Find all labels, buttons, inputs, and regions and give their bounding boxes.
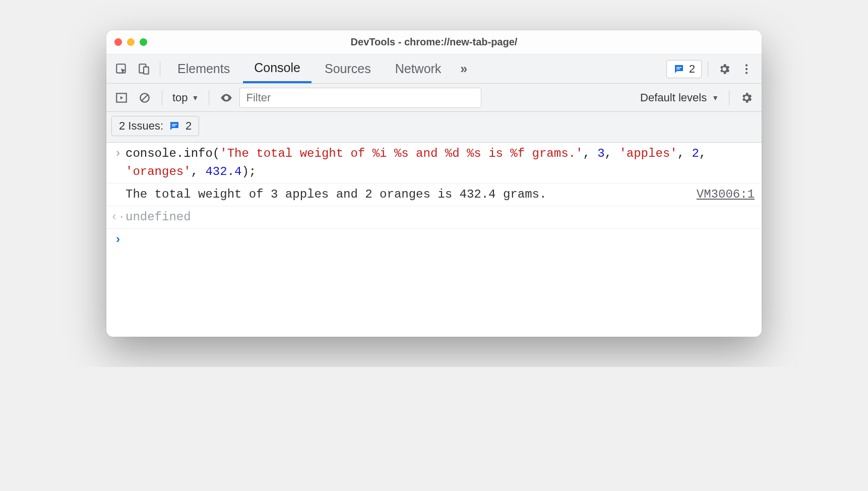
svg-rect-2	[144, 67, 149, 74]
traffic-lights	[114, 38, 147, 46]
close-window-button[interactable]	[114, 38, 122, 46]
console-toolbar: top ▼ Default levels ▼	[106, 84, 762, 112]
clear-console-icon[interactable]	[135, 88, 155, 108]
toggle-console-sidebar-icon[interactable]	[111, 88, 132, 108]
console-source-link[interactable]: VM3006:1	[688, 186, 755, 204]
inspect-element-icon[interactable]	[111, 59, 132, 79]
prompt-arrow-icon: ›	[110, 231, 126, 249]
console-body: › console.info('The total weight of %i %…	[106, 143, 762, 337]
console-return-value: undefined	[126, 208, 755, 226]
console-input-row: › console.info('The total weight of %i %…	[106, 143, 762, 183]
tabs-overflow[interactable]: »	[454, 54, 473, 83]
tab-sources[interactable]: Sources	[314, 54, 382, 83]
console-input-code[interactable]: console.info('The total weight of %i %s …	[126, 145, 755, 181]
log-levels-label: Default levels	[640, 91, 707, 104]
svg-rect-4	[676, 69, 680, 70]
filter-input[interactable]	[239, 88, 481, 108]
svg-point-7	[746, 72, 748, 74]
svg-rect-3	[676, 67, 681, 68]
console-output-text: The total weight of 3 apples and 2 orang…	[126, 186, 688, 204]
issues-counter[interactable]: 2	[666, 60, 702, 78]
chevron-down-icon: ▼	[192, 94, 199, 102]
console-prompt-row[interactable]: ›	[106, 229, 762, 251]
kebab-menu-icon[interactable]	[736, 59, 757, 79]
zoom-window-button[interactable]	[140, 38, 147, 46]
window-title: DevTools - chrome://new-tab-page/	[106, 36, 762, 48]
speech-bubble-icon	[673, 63, 685, 75]
settings-gear-icon[interactable]	[714, 59, 734, 79]
tab-network[interactable]: Network	[384, 54, 453, 83]
devtools-window: DevTools - chrome://new-tab-page/ Elemen…	[106, 30, 762, 337]
svg-rect-0	[116, 64, 125, 73]
console-return-row: ‹· undefined	[106, 206, 762, 229]
log-levels-picker[interactable]: Default levels ▼	[637, 91, 722, 104]
titlebar: DevTools - chrome://new-tab-page/	[106, 30, 762, 54]
issues-chip[interactable]: 2 Issues: 2	[111, 116, 199, 136]
separator	[708, 62, 708, 77]
return-arrow-icon: ‹·	[110, 208, 126, 226]
console-settings-gear-icon[interactable]	[736, 88, 757, 108]
context-label: top	[172, 91, 188, 104]
svg-point-6	[746, 68, 748, 70]
chevron-down-icon: ▼	[712, 94, 719, 102]
svg-rect-12	[172, 124, 177, 125]
issues-row: 2 Issues: 2	[106, 112, 762, 143]
issues-chip-count: 2	[185, 119, 192, 133]
issues-chip-prefix: 2 Issues:	[119, 119, 163, 133]
console-output-row: The total weight of 3 apples and 2 orang…	[106, 183, 762, 206]
devtools-tabbar: Elements Console Sources Network » 2	[106, 54, 762, 84]
device-toolbar-icon[interactable]	[134, 59, 154, 79]
speech-bubble-icon	[168, 120, 180, 132]
svg-line-10	[142, 94, 148, 101]
input-arrow-icon: ›	[110, 145, 126, 163]
svg-point-5	[746, 64, 748, 66]
separator	[729, 90, 729, 105]
separator	[160, 62, 160, 77]
issues-counter-count: 2	[689, 63, 695, 76]
live-expression-eye-icon[interactable]	[216, 88, 236, 108]
minimize-window-button[interactable]	[127, 38, 135, 46]
tab-elements[interactable]: Elements	[166, 54, 241, 83]
console-blank-area[interactable]	[106, 251, 762, 337]
svg-rect-13	[172, 126, 175, 127]
svg-point-11	[225, 96, 227, 98]
execution-context-picker[interactable]: top ▼	[169, 91, 202, 104]
separator	[209, 90, 209, 105]
separator	[162, 90, 162, 105]
tab-console[interactable]: Console	[243, 54, 312, 83]
